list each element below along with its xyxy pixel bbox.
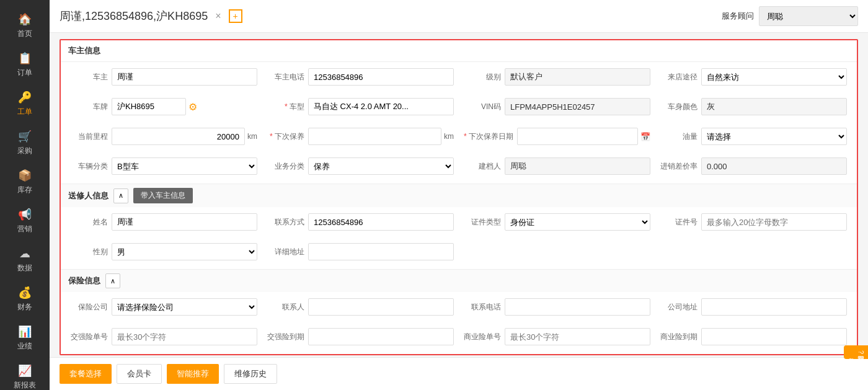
margin-input — [701, 157, 847, 175]
sidebar-item-label: 工单 — [17, 107, 32, 117]
next-date-input[interactable] — [517, 128, 638, 145]
commercial-no-label: 商业险单号 — [464, 332, 501, 342]
sidebar-item-label: 库存 — [17, 185, 32, 195]
finance-icon: 💰 — [18, 286, 32, 299]
next-service-input-group: km — [308, 128, 454, 145]
home-icon: 🏠 — [18, 12, 32, 26]
sender-name-field: 姓名 — [66, 210, 262, 234]
performance-icon: 📊 — [18, 325, 32, 339]
ins-phone-field: 联系电话 — [459, 295, 655, 319]
compulsory-expire-label: 交强险到期 — [267, 332, 304, 342]
help-widget[interactable]: 有问题? 点我 — [844, 345, 868, 359]
order-icon: 📋 — [18, 51, 32, 65]
model-label: 车型 — [267, 102, 304, 112]
sidebar-item-newreport[interactable]: 📈 新报表 — [0, 358, 50, 390]
import-owner-button[interactable]: 带入车主信息 — [133, 188, 193, 203]
sender-address-label: 详细地址 — [267, 247, 304, 257]
purchase-icon: 🛒 — [18, 130, 32, 143]
sender-section-title: 送修人信息 — [68, 190, 108, 202]
content-area: 车主信息 车主 车主电话 级别 来店途径 — [50, 33, 868, 357]
sender-name-input[interactable] — [112, 213, 257, 231]
marketing-icon: 📢 — [18, 208, 32, 221]
sender-name-label: 姓名 — [71, 217, 108, 228]
ins-phone-input[interactable] — [505, 298, 650, 316]
sender-info-header: 送修人信息 ∧ 带入车主信息 — [61, 184, 857, 207]
sidebar-item-finance[interactable]: 💰 财务 — [0, 280, 50, 319]
level-field: 级别 — [459, 64, 655, 89]
ins-address-input[interactable] — [701, 298, 847, 316]
sender-contact-input[interactable] — [308, 213, 454, 231]
biz-type-select[interactable]: 保养 维修 快修 — [308, 157, 454, 175]
package-button[interactable]: 套餐选择 — [60, 364, 112, 384]
sender-idtype-field: 证件类型 身份证 护照 驾照 — [459, 210, 655, 234]
next-date-field: 下次保养日期 📅 — [459, 124, 655, 149]
next-service-input[interactable] — [308, 128, 441, 145]
add-button[interactable]: + — [229, 9, 242, 23]
next-service-unit: km — [444, 132, 454, 141]
fuel-select[interactable]: 请选择 — [701, 128, 847, 145]
sender-idnum-label: 证件号 — [660, 217, 698, 228]
plate-input[interactable] — [112, 98, 186, 115]
member-card-button[interactable]: 会员卡 — [117, 364, 162, 384]
level-label: 级别 — [464, 72, 501, 82]
sidebar-item-purchase[interactable]: 🛒 采购 — [0, 123, 50, 162]
sender-idtype-select[interactable]: 身份证 护照 驾照 — [505, 213, 650, 231]
sender-idnum-input[interactable] — [701, 213, 847, 231]
main-content: 周谨,12536854896,沪KH8695 × + 服务顾问 周聪 车主信息 … — [50, 0, 868, 390]
sidebar-item-work[interactable]: 🔑 工单 — [0, 84, 50, 123]
commercial-no-input[interactable] — [505, 328, 650, 345]
service-advisor-select[interactable]: 周聪 — [759, 6, 858, 26]
calendar-icon[interactable]: 📅 — [640, 132, 650, 141]
ins-phone-label: 联系电话 — [464, 302, 501, 312]
sidebar-item-performance[interactable]: 📊 业绩 — [0, 319, 50, 358]
page-title: 周谨,12536854896,沪KH8695 — [60, 9, 208, 24]
sidebar-item-storage[interactable]: 📦 库存 — [0, 162, 50, 202]
ins-company-label: 保险公司 — [71, 302, 108, 312]
visit-select[interactable]: 自然来访 — [701, 68, 847, 86]
margin-field: 进销差价率 — [655, 154, 852, 179]
owner-field: 车主 — [66, 64, 262, 89]
repair-history-button[interactable]: 维修历史 — [224, 364, 277, 384]
insurance-collapse-button[interactable]: ∧ — [105, 273, 120, 288]
sidebar-item-data[interactable]: ☁ 数据 — [0, 241, 50, 280]
mileage-input[interactable] — [112, 128, 245, 145]
bottom-toolbar: 套餐选择 会员卡 智能推荐 维修历史 — [50, 357, 868, 390]
vin-input[interactable] — [505, 98, 650, 115]
owner-input[interactable] — [112, 68, 257, 86]
sidebar-item-marketing[interactable]: 📢 营销 — [0, 202, 50, 241]
creator-field: 建档人 — [459, 154, 655, 179]
gear-icon[interactable]: ⚙ — [188, 101, 197, 113]
mileage-field: 当前里程 km — [66, 124, 262, 149]
sidebar-item-label: 订单 — [17, 68, 32, 78]
next-service-label: 下次保养 — [267, 131, 304, 142]
sender-gender-field: 性别 男 女 — [66, 239, 262, 264]
color-label: 车身颜色 — [660, 102, 698, 112]
owner-label: 车主 — [71, 72, 108, 82]
sidebar-item-label: 数据 — [17, 263, 32, 273]
commercial-no-field: 商业险单号 — [459, 324, 655, 349]
compulsory-no-input[interactable] — [112, 328, 257, 345]
sender-contact-label: 联系方式 — [267, 217, 304, 228]
vehicle-type-field: 车辆分类 B型车 A型车 C型车 — [66, 154, 262, 179]
biz-type-label: 业务分类 — [267, 161, 304, 172]
ai-recommend-button[interactable]: 智能推荐 — [167, 364, 219, 384]
sidebar-item-label: 采购 — [17, 146, 32, 156]
close-icon[interactable]: × — [215, 11, 221, 22]
model-input[interactable] — [308, 98, 454, 115]
ins-company-select[interactable]: 请选择保险公司 — [112, 298, 257, 316]
sender-gender-select[interactable]: 男 女 — [112, 243, 257, 260]
sender-address-input[interactable] — [308, 243, 454, 260]
phone-input[interactable] — [308, 68, 454, 86]
vehicle-type-select[interactable]: B型车 A型车 C型车 — [112, 157, 257, 175]
ins-contact-input[interactable] — [308, 298, 454, 316]
help-line1: 有问题? — [857, 350, 866, 354]
compulsory-expire-input[interactable] — [308, 328, 454, 345]
level-input — [505, 68, 650, 86]
sidebar-item-home[interactable]: 🏠 首页 — [0, 6, 50, 45]
ins-address-label: 公司地址 — [660, 302, 698, 312]
commercial-expire-input[interactable] — [701, 328, 847, 345]
next-service-field: 下次保养 km — [262, 124, 459, 149]
sidebar-item-order[interactable]: 📋 订单 — [0, 45, 50, 84]
mileage-label: 当前里程 — [71, 131, 108, 142]
sender-collapse-button[interactable]: ∧ — [113, 188, 128, 203]
